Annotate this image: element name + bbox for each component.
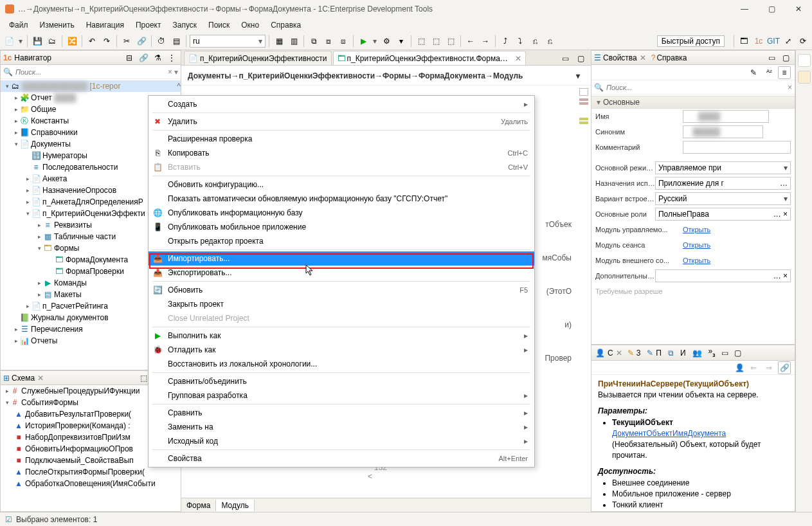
prop-tool-3[interactable]: ≡ — [778, 66, 791, 79]
tb-icon-5[interactable]: ⧇ — [337, 35, 350, 48]
context-menu-item[interactable]: 🔄ОбновитьF5 — [149, 283, 534, 297]
prop-section-main[interactable]: ▾Основные — [591, 96, 795, 109]
tb-icon-8[interactable]: ⬚ — [415, 35, 428, 48]
tb-icon-10[interactable]: ⬚ — [444, 35, 457, 48]
tb-icon-12[interactable]: ⤵ — [514, 35, 527, 48]
tb-icon-2[interactable]: ▥ — [287, 35, 300, 48]
git-icon[interactable]: GIT — [767, 35, 780, 48]
context-menu-item[interactable]: Обновить конфигурацию... — [149, 177, 534, 192]
cut-button[interactable]: ✂ — [120, 35, 133, 48]
run-button[interactable]: ▶ — [357, 35, 370, 48]
vstrip-btn-1[interactable] — [798, 54, 811, 67]
menu-window[interactable]: Окно — [236, 19, 264, 31]
context-menu-item[interactable]: Сравнить▸ — [149, 406, 534, 420]
filter-icon[interactable]: ▤ — [170, 35, 183, 48]
breadcrumb-menu-icon[interactable]: ▾ — [572, 69, 584, 82]
back-button[interactable]: ← — [464, 35, 477, 48]
context-menu-item[interactable]: Сравнить/объединить — [149, 374, 534, 388]
help-tab-c[interactable]: С — [608, 349, 613, 358]
timer-icon[interactable]: ⏱ — [155, 35, 168, 48]
scheme-item[interactable]: ▲ОбработкаОповещения(ИмяСобыти — [1, 478, 181, 489]
maximize-button[interactable]: ▢ — [758, 0, 785, 18]
tb-icon-9[interactable]: ⬚ — [429, 35, 442, 48]
context-menu-item[interactable]: 🐞Отладить как▸ — [149, 343, 534, 357]
menu-run[interactable]: Запуск — [167, 19, 202, 31]
prop-comment-input[interactable] — [683, 141, 791, 154]
prop-tool-1[interactable]: ✎ — [747, 66, 760, 79]
clear-search-icon[interactable]: × — [788, 83, 792, 92]
prop-dest-combo[interactable]: Приложение для г… — [655, 177, 791, 190]
save-all-button[interactable]: 🗂 — [46, 35, 59, 48]
tb-icon-13[interactable]: ⎌ — [528, 35, 541, 48]
tb-icon-11[interactable]: ⤴ — [499, 35, 512, 48]
properties-help-tab[interactable]: Справка — [656, 53, 687, 62]
help-forward-icon[interactable]: ⇒ — [762, 361, 775, 374]
undo-button[interactable]: ↶ — [86, 35, 98, 48]
close-button[interactable]: ✕ — [785, 0, 812, 18]
context-menu-item[interactable]: Показать автоматически обновляемую инфор… — [149, 192, 534, 206]
editor-tab-active[interactable]: 🗔 п_КритерийОценкиЭффективности.ФормаДок… — [333, 51, 526, 65]
language-combo[interactable]: ru ▾ — [190, 35, 266, 48]
context-menu-item[interactable]: 🌐Опубликовать информационную базу — [149, 206, 534, 220]
navigator-search-input[interactable] — [15, 68, 168, 76]
context-menu-item[interactable]: Открыть редактор проекта — [149, 234, 534, 248]
open-link[interactable]: Открыть — [683, 257, 710, 264]
perspective-1c-icon[interactable]: 🗔 — [737, 35, 750, 48]
menu-file[interactable]: Файл — [4, 19, 33, 31]
dropdown-icon[interactable]: ▾ — [17, 35, 24, 48]
context-menu-item[interactable]: Создать▸ — [149, 97, 534, 111]
context-menu-item[interactable]: ✖УдалитьУдалить — [149, 114, 534, 129]
menu-navigation[interactable]: Навигация — [81, 19, 129, 31]
close-icon[interactable]: ✕ — [616, 349, 622, 358]
close-icon[interactable]: ✕ — [640, 53, 646, 62]
context-menu-item[interactable]: ▶Выполнить как▸ — [149, 329, 534, 343]
editor-tab[interactable]: 📄 п_КритерийОценкиЭффективности — [184, 51, 332, 65]
prop-addwords-combo[interactable]: … × — [655, 269, 791, 282]
minimize-button[interactable]: ― — [731, 0, 758, 18]
menu-project[interactable]: Проект — [131, 19, 167, 31]
menu-help[interactable]: Справка — [266, 19, 306, 31]
perspective-icon[interactable]: 1c — [752, 35, 765, 48]
open-link[interactable]: Открыть — [683, 241, 710, 249]
context-menu-item[interactable]: 📥Импортировать... — [149, 251, 534, 266]
vstrip-btn-2[interactable] — [798, 71, 811, 84]
context-menu-item[interactable]: СвойстваAlt+Enter — [149, 451, 534, 466]
help-param-link[interactable]: ДокументОбъектИмяДокумента — [612, 429, 726, 438]
context-menu-item[interactable]: Закрыть проект — [149, 297, 534, 311]
quick-access-field[interactable]: Быстрый доступ — [657, 35, 725, 47]
properties-search-input[interactable] — [606, 84, 788, 91]
properties-body[interactable]: ▾Основные Имя████ Синоним█████ Комментар… — [591, 95, 795, 344]
prop-variant-combo[interactable]: Русский▾ — [655, 192, 791, 205]
context-menu-item[interactable]: Исходный код▸ — [149, 434, 534, 448]
tb-icon-1[interactable]: ▦ — [273, 35, 285, 48]
tb-icon-6[interactable]: ⚙ — [380, 35, 393, 48]
view-menu-icon[interactable]: ⋮ — [165, 51, 178, 64]
menu-search[interactable]: Поиск — [203, 19, 235, 31]
perspective-icon3[interactable]: ⟳ — [797, 35, 809, 48]
restore-icon[interactable]: ▭ — [765, 51, 778, 64]
prop-roles-combo[interactable]: ПолныеПрава… × — [655, 208, 791, 221]
context-menu-item[interactable]: ⎘КопироватьCtrl+C — [149, 146, 534, 160]
help-back-icon[interactable]: ⇐ — [747, 361, 760, 374]
dropdown-icon[interactable]: ▾ — [372, 35, 378, 48]
tb-icon-3[interactable]: ⧉ — [307, 35, 320, 48]
help-body[interactable]: ПриЧтенииНаСервере(ТекущийОбъект) Вызыва… — [591, 375, 795, 511]
maximize-icon[interactable]: ▢ — [731, 347, 744, 359]
context-menu-item[interactable]: Групповая разработка▸ — [149, 388, 534, 403]
new-button[interactable]: 📄 — [3, 35, 15, 48]
menu-edit[interactable]: Изменить — [35, 19, 80, 31]
footer-tab-form[interactable]: Форма — [181, 500, 216, 511]
restore-icon[interactable]: ▭ — [559, 52, 572, 65]
maximize-icon[interactable]: ▢ — [779, 51, 792, 64]
restore-icon[interactable]: ▭ — [718, 347, 731, 359]
close-tab-icon[interactable]: ✕ — [515, 54, 521, 63]
context-menu-item[interactable]: 📱Опубликовать мобильное приложение — [149, 220, 534, 234]
save-button[interactable]: 💾 — [31, 35, 44, 48]
tb-icon-14[interactable]: ⎌ — [543, 35, 556, 48]
clear-search-icon[interactable]: × — [168, 68, 172, 77]
context-menu-item[interactable]: Восстановить из локальной хронологии... — [149, 357, 534, 371]
context-menu-item[interactable]: 📤Экспортировать... — [149, 266, 534, 280]
help-link-icon[interactable]: 🔗 — [778, 361, 791, 374]
context-menu-item[interactable]: Заменить на▸ — [149, 420, 534, 434]
redo-button[interactable]: ↷ — [100, 35, 113, 48]
